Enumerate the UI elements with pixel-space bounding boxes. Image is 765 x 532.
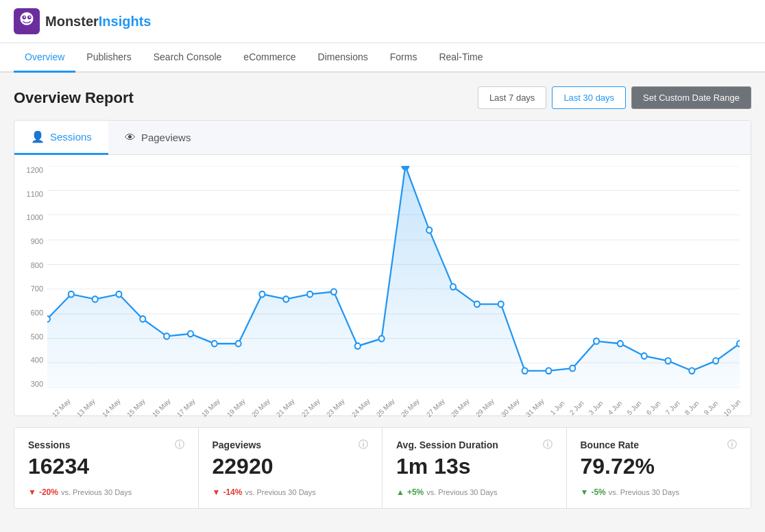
x-label-8jun: 8 Jun <box>683 399 700 416</box>
stat-sessions-label-row: Sessions ⓘ <box>28 439 184 451</box>
x-label-14may: 14 May <box>101 397 122 418</box>
svg-rect-9 <box>30 25 32 29</box>
stat-bounce-rate-value: 79.72% <box>581 454 655 479</box>
x-label-25may: 25 May <box>375 397 396 418</box>
x-label-10jun: 10 Jun <box>722 398 742 418</box>
chart-svg-area <box>47 166 740 388</box>
x-label-24may: 24 May <box>350 397 371 418</box>
stats-row: Sessions ⓘ 16234 ▼ -20% vs. Previous 30 … <box>14 427 751 509</box>
bounce-rate-arrow-icon: ▼ <box>581 487 589 497</box>
last7-button[interactable]: Last 7 days <box>478 86 547 109</box>
svg-rect-8 <box>27 26 29 30</box>
svg-point-44 <box>618 341 623 347</box>
avg-session-arrow-icon: ▲ <box>396 487 404 497</box>
app-header: MonsterInsights <box>0 0 765 43</box>
stat-pageviews-label: Pageviews <box>212 439 262 450</box>
svg-rect-6 <box>21 25 23 29</box>
user-icon: 👤 <box>31 130 45 143</box>
svg-point-30 <box>283 296 289 302</box>
x-label-2jun: 2 Jun <box>568 399 585 416</box>
x-label-26may: 26 May <box>400 397 421 418</box>
tab-sessions[interactable]: 👤 Sessions <box>14 121 108 155</box>
logo-insights: Insights <box>99 14 151 29</box>
logo-monster: Monster <box>45 14 99 29</box>
x-label-6jun: 6 Jun <box>644 399 661 416</box>
chart-section: 👤 Sessions 👁 Pageviews 1200 1100 1000 90… <box>14 120 751 416</box>
stat-sessions-comparison: ▼ -20% vs. Previous 30 Days <box>28 487 132 497</box>
avg-session-vs: vs. Previous 30 Days <box>426 488 497 496</box>
svg-point-23 <box>116 291 121 298</box>
stat-avg-session-info[interactable]: ⓘ <box>543 439 552 451</box>
svg-point-34 <box>379 336 385 342</box>
y-label-900: 900 <box>31 237 43 245</box>
stat-pageviews-comparison: ▼ -14% vs. Previous 30 Days <box>212 487 316 497</box>
stat-bounce-rate-label-row: Bounce Rate ⓘ <box>581 439 738 451</box>
svg-point-32 <box>331 289 337 295</box>
x-label-4jun: 4 Jun <box>606 399 623 416</box>
tab-pageviews[interactable]: 👁 Pageviews <box>108 121 751 154</box>
svg-point-25 <box>164 333 169 339</box>
pageviews-vs: vs. Previous 30 Days <box>245 488 315 496</box>
y-label-700: 700 <box>31 285 43 293</box>
x-label-12may: 12 May <box>51 397 72 418</box>
nav-search-console[interactable]: Search Console <box>143 43 233 73</box>
y-label-600: 600 <box>31 309 43 317</box>
stat-pageviews-info[interactable]: ⓘ <box>359 439 368 451</box>
nav-overview[interactable]: Overview <box>14 43 75 73</box>
x-label-29may: 29 May <box>474 397 496 418</box>
tab-sessions-label: Sessions <box>50 131 92 143</box>
svg-point-24 <box>140 316 145 322</box>
bounce-rate-vs: vs. Previous 30 Days <box>609 488 679 496</box>
last30-button[interactable]: Last 30 days <box>552 86 626 109</box>
pageviews-change: -14% <box>223 487 242 497</box>
stat-avg-session-label-row: Avg. Session Duration ⓘ <box>396 439 552 451</box>
date-controls: Last 7 days Last 30 days Set Custom Date… <box>478 86 751 109</box>
x-label-21may: 21 May <box>275 397 296 418</box>
x-label-13may: 13 May <box>75 397 97 418</box>
x-axis: 12 May 13 May 14 May 15 May 16 May 17 Ma… <box>47 405 740 413</box>
svg-point-21 <box>69 291 74 298</box>
stat-bounce-rate-info[interactable]: ⓘ <box>727 439 737 451</box>
svg-point-36 <box>426 227 432 233</box>
svg-point-43 <box>594 338 599 344</box>
svg-point-35 <box>402 166 409 169</box>
x-label-15may: 15 May <box>125 397 147 418</box>
sessions-vs: vs. Previous 30 Days <box>61 488 132 496</box>
svg-point-20 <box>47 316 50 322</box>
nav-forms[interactable]: Forms <box>379 43 428 73</box>
svg-point-39 <box>498 301 504 307</box>
svg-point-5 <box>29 16 30 18</box>
x-label-17may: 17 May <box>175 397 197 418</box>
x-label-16may: 16 May <box>150 397 171 418</box>
nav-publishers[interactable]: Publishers <box>75 43 142 73</box>
stat-sessions: Sessions ⓘ 16234 ▼ -20% vs. Previous 30 … <box>14 428 199 508</box>
x-label-20may: 20 May <box>250 397 271 418</box>
custom-date-button[interactable]: Set Custom Date Range <box>631 86 751 109</box>
report-header: Overview Report Last 7 days Last 30 days… <box>14 86 751 109</box>
svg-point-48 <box>713 358 718 364</box>
stat-pageviews-value: 22920 <box>212 454 274 479</box>
svg-point-49 <box>737 341 740 347</box>
nav-ecommerce[interactable]: eCommerce <box>232 43 306 73</box>
x-label-7jun: 7 Jun <box>664 399 681 416</box>
svg-point-45 <box>642 353 647 359</box>
nav-dimensions[interactable]: Dimensions <box>307 43 379 73</box>
stat-sessions-info[interactable]: ⓘ <box>175 439 184 451</box>
x-label-9jun: 9 Jun <box>702 399 719 416</box>
main-content: Overview Report Last 7 days Last 30 days… <box>0 73 765 522</box>
chart-tabs: 👤 Sessions 👁 Pageviews <box>14 121 751 155</box>
stat-sessions-label: Sessions <box>28 439 70 450</box>
bounce-rate-change: -5% <box>591 487 605 497</box>
x-label-18may: 18 May <box>200 397 221 418</box>
svg-point-40 <box>522 368 528 374</box>
stat-avg-session: Avg. Session Duration ⓘ 1m 13s ▲ +5% vs.… <box>382 428 567 508</box>
main-nav: Overview Publishers Search Console eComm… <box>0 43 765 73</box>
logo: MonsterInsights <box>14 8 151 34</box>
x-label-19may: 19 May <box>225 397 246 418</box>
svg-rect-7 <box>24 26 25 30</box>
svg-point-33 <box>355 343 361 349</box>
x-label-3jun: 3 Jun <box>587 399 604 416</box>
x-label-27may: 27 May <box>424 397 446 418</box>
nav-real-time[interactable]: Real-Time <box>428 43 494 73</box>
x-label-1jun: 1 Jun <box>548 399 566 416</box>
